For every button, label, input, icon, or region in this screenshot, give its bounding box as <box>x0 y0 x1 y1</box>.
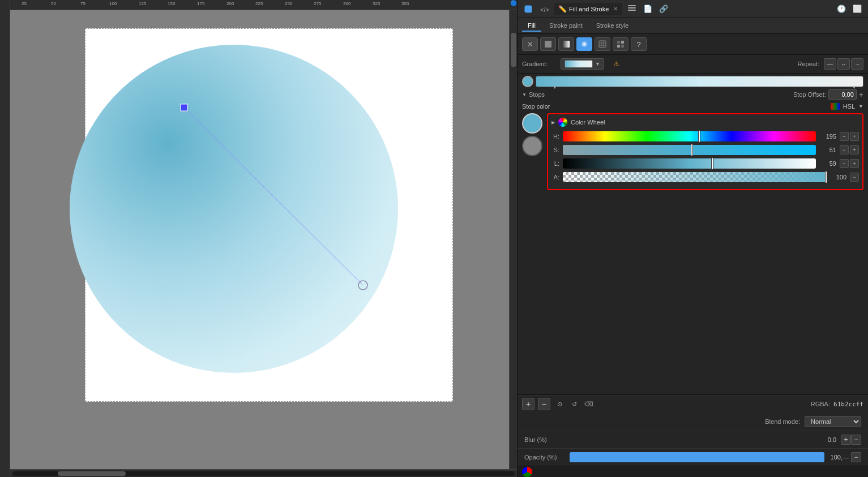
ruler-vertical <box>0 0 10 477</box>
clock-icon[interactable]: 🕐 <box>835 3 848 15</box>
stop-circle-active[interactable] <box>522 113 542 134</box>
gradient-preview <box>565 60 593 68</box>
fill-unknown-btn[interactable]: ? <box>631 37 647 51</box>
scrollbar-track-h[interactable] <box>12 471 515 476</box>
s-slider-thumb[interactable] <box>691 144 693 156</box>
circle-shape[interactable] <box>70 45 398 373</box>
gradient-stop-marker-1[interactable]: ▼ <box>553 85 557 90</box>
fill-flat-btn[interactable] <box>540 37 556 51</box>
color-mode-swatch <box>831 103 840 110</box>
svg-rect-3 <box>525 6 532 12</box>
blur-plus-btn[interactable]: + <box>841 435 851 445</box>
color-wheel-header[interactable]: ▶ Color Wheel <box>551 118 859 127</box>
color-wheel-triangle: ▶ <box>551 120 555 125</box>
link-stops-btn[interactable]: ⊙ <box>554 398 565 410</box>
panel-close-icon[interactable]: ✕ <box>613 6 618 12</box>
fill-none-btn[interactable]: ✕ <box>522 37 538 51</box>
color-wheel-icon <box>558 118 567 127</box>
blur-value: 0,0 <box>828 436 836 443</box>
s-slider[interactable] <box>563 145 816 155</box>
tab-icon-fill-stroke[interactable] <box>522 3 535 15</box>
tab-icon-doc[interactable]: 📄 <box>642 3 654 15</box>
hsl-dropdown-arrow[interactable]: ▼ <box>858 104 863 109</box>
reverse-stops-btn[interactable]: ↺ <box>568 398 580 410</box>
horizontal-scrollbar[interactable] <box>10 469 517 477</box>
h-minus-btn[interactable]: − <box>840 132 849 141</box>
svg-rect-7 <box>628 5 636 6</box>
tab-icon-xml[interactable]: </> <box>538 3 550 15</box>
gradient-label: Gradient: <box>522 61 556 67</box>
l-minus-btn[interactable]: − <box>840 159 849 168</box>
h-slider[interactable] <box>563 131 816 141</box>
canvas-area[interactable]: 25 50 75 100 125 150 175 200 225 250 275… <box>0 0 517 477</box>
stops-title: Stops <box>529 91 545 98</box>
maximize-icon[interactable]: ⬜ <box>851 3 863 15</box>
l-slider[interactable] <box>563 158 816 169</box>
repeat-reflect-btn[interactable]: ↔ <box>837 58 850 70</box>
svg-rect-17 <box>621 41 624 44</box>
s-minus-btn[interactable]: − <box>840 145 849 154</box>
tab-fill[interactable]: Fill <box>522 20 541 32</box>
l-value: 59 <box>819 160 836 167</box>
stop-offset-input[interactable] <box>828 89 857 100</box>
stops-section: ▼ Stops Stop Offset: + Stop color HSL ▼ <box>518 87 868 194</box>
fill-pattern-btn[interactable] <box>613 37 628 51</box>
scrollbar-thumb-h[interactable] <box>58 471 126 476</box>
l-plus-btn[interactable]: + <box>850 159 859 168</box>
tab-stroke-paint[interactable]: Stroke paint <box>544 20 588 32</box>
blur-minus-btn[interactable]: − <box>851 435 861 445</box>
add-stop-btn[interactable]: + <box>522 398 535 410</box>
fill-type-row: ✕ <box>518 34 868 55</box>
stop-circle-inactive[interactable] <box>522 136 542 156</box>
fill-radial-grad-btn[interactable] <box>576 37 592 51</box>
gradient-dropdown-icon: ▼ <box>595 61 600 67</box>
stop-offset-plus[interactable]: + <box>859 90 863 99</box>
svg-rect-6 <box>628 10 636 11</box>
l-slider-row: L: 59 − + <box>551 158 859 169</box>
vertical-scrollbar[interactable] <box>509 10 517 469</box>
a-slider[interactable] <box>563 172 826 182</box>
h-label: H: <box>551 133 559 140</box>
stop-offset-label: Stop Offset: <box>793 91 826 98</box>
repeat-label: Repeat: <box>797 61 819 67</box>
right-panel: </> ✏️ Fill and Stroke ✕ 📄 🔗 🕐 <box>517 0 868 477</box>
a-label: A: <box>551 174 559 181</box>
remove-stop-btn[interactable]: − <box>538 398 550 410</box>
s-plus-btn[interactable]: + <box>850 145 859 154</box>
gradient-bar[interactable]: ▼ ▼ <box>536 76 863 87</box>
tab-icon-layers[interactable] <box>626 3 638 15</box>
a-minus-btn[interactable]: − <box>850 173 859 182</box>
stops-header: ▼ Stops Stop Offset: + <box>522 89 863 100</box>
fill-linear-grad-btn[interactable] <box>558 37 574 51</box>
l-label: L: <box>551 160 559 167</box>
h-slider-thumb[interactable] <box>698 130 700 143</box>
repeat-none-btn[interactable]: — <box>824 58 836 70</box>
rgba-value: 61b2ccff <box>833 401 863 408</box>
canvas-page <box>85 28 453 402</box>
fill-mesh-grad-btn[interactable] <box>595 37 610 51</box>
gradient-selector[interactable]: ▼ <box>561 58 604 70</box>
opacity-minus-btn[interactable]: − <box>851 452 861 462</box>
s-value: 51 <box>819 147 836 153</box>
panel-bottom: + − ⊙ ↺ ⌫ RGBA: 61b2ccff Blend mode: Nor… <box>518 394 868 477</box>
panel-title-tab[interactable]: ✏️ Fill and Stroke ✕ <box>554 3 622 15</box>
blend-mode-select[interactable]: Normal Multiply Screen Overlay <box>805 416 861 427</box>
svg-rect-11 <box>599 41 606 48</box>
add-remove-row: + − ⊙ ↺ ⌫ RGBA: 61b2ccff <box>518 395 868 412</box>
stops-title-row[interactable]: ▼ Stops <box>522 91 545 98</box>
repeat-direct-btn[interactable]: → <box>851 58 863 70</box>
opacity-slider[interactable] <box>570 452 824 462</box>
h-plus-btn[interactable]: + <box>850 132 859 141</box>
svg-rect-5 <box>628 7 636 8</box>
gradient-start-handle[interactable] <box>522 76 533 87</box>
svg-rect-16 <box>617 41 620 44</box>
eyedropper-btn[interactable]: ⌫ <box>583 398 595 410</box>
tab-stroke-style[interactable]: Stroke style <box>591 20 634 32</box>
svg-rect-9 <box>563 41 570 48</box>
tab-icon-symbol[interactable]: 🔗 <box>657 3 670 15</box>
gradient-stop-marker-2[interactable]: ▼ <box>852 85 857 90</box>
a-slider-thumb[interactable] <box>825 171 827 183</box>
l-slider-thumb[interactable] <box>711 157 713 170</box>
scrollbar-thumb-v[interactable] <box>511 33 516 67</box>
ruler-horizontal: 25 50 75 100 125 150 175 200 225 250 275… <box>0 0 517 10</box>
